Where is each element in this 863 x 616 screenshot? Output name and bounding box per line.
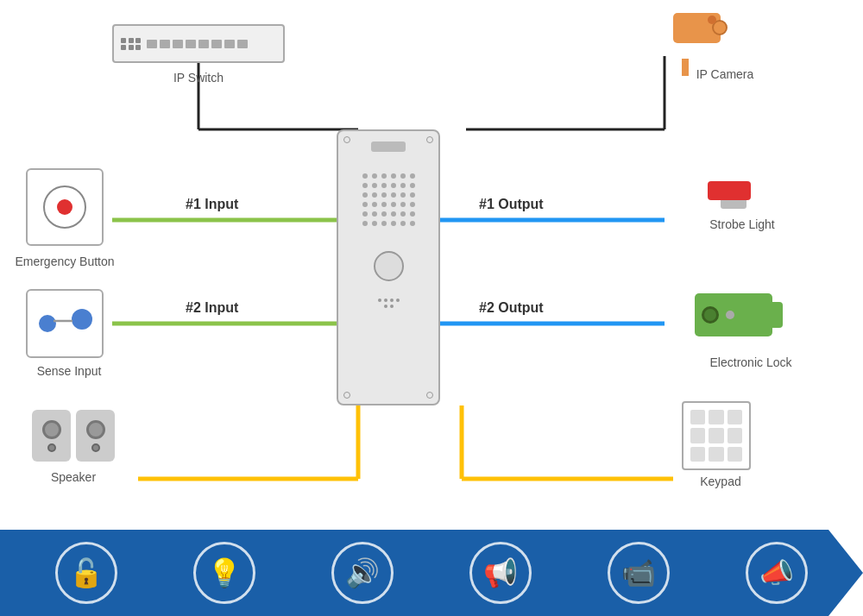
svg-point-36 bbox=[362, 211, 368, 217]
keypad-label: Keypad bbox=[673, 475, 768, 488]
strobe-light-label: Strobe Light bbox=[695, 217, 790, 231]
svg-point-12 bbox=[362, 173, 368, 179]
svg-point-41 bbox=[410, 211, 415, 217]
svg-point-18 bbox=[362, 183, 368, 188]
output1-label: #1 Output bbox=[479, 197, 544, 212]
svg-point-19 bbox=[372, 183, 377, 188]
speaker-icon bbox=[26, 405, 121, 466]
svg-point-21 bbox=[391, 183, 396, 188]
bottom-bar: 🔓 💡 🔊 📢 📹 📣 bbox=[0, 530, 863, 616]
svg-point-33 bbox=[391, 202, 396, 207]
sense-input-icon bbox=[26, 289, 104, 358]
svg-point-43 bbox=[372, 221, 377, 226]
svg-point-47 bbox=[410, 221, 415, 226]
svg-point-37 bbox=[372, 211, 377, 217]
svg-point-13 bbox=[372, 173, 377, 179]
input2-label: #2 Input bbox=[186, 300, 238, 316]
electronic-lock-label: Electronic Lock bbox=[690, 355, 811, 369]
svg-point-49 bbox=[72, 309, 92, 330]
diagram-area: IP Switch IP Camera bbox=[0, 0, 863, 535]
sense-input-label: Sense Input bbox=[17, 364, 121, 378]
svg-point-32 bbox=[381, 202, 387, 207]
svg-point-14 bbox=[381, 173, 387, 179]
svg-point-24 bbox=[362, 192, 368, 198]
emergency-button-label: Emergency Button bbox=[13, 255, 117, 268]
svg-point-34 bbox=[400, 202, 406, 207]
bar-icon-speaker: 🔊 bbox=[331, 542, 394, 604]
svg-point-20 bbox=[381, 183, 387, 188]
svg-point-22 bbox=[400, 183, 406, 188]
ip-switch-icon bbox=[112, 24, 285, 63]
svg-point-15 bbox=[391, 173, 396, 179]
svg-point-39 bbox=[391, 211, 396, 217]
strobe-light-icon bbox=[708, 181, 759, 211]
svg-point-17 bbox=[410, 173, 415, 179]
emergency-button-icon bbox=[26, 168, 104, 246]
svg-point-27 bbox=[391, 192, 396, 198]
svg-point-40 bbox=[400, 211, 406, 217]
svg-point-46 bbox=[400, 221, 406, 226]
svg-point-30 bbox=[362, 202, 368, 207]
svg-point-38 bbox=[381, 211, 387, 217]
bar-icon-announce: 📣 bbox=[746, 542, 808, 604]
bar-icon-camera: 📹 bbox=[608, 542, 670, 604]
bar-icon-light: 💡 bbox=[193, 542, 255, 604]
speaker-label: Speaker bbox=[26, 470, 121, 484]
central-device bbox=[337, 129, 440, 405]
input1-label: #1 Input bbox=[186, 197, 238, 212]
bar-icon-lock: 🔓 bbox=[55, 542, 117, 604]
bar-icon-intercom: 📢 bbox=[469, 542, 532, 604]
svg-point-42 bbox=[362, 221, 368, 226]
svg-point-25 bbox=[372, 192, 377, 198]
output2-label: #2 Output bbox=[479, 300, 544, 316]
keypad-icon bbox=[682, 401, 751, 470]
ip-camera-label: IP Camera bbox=[682, 67, 768, 81]
svg-point-28 bbox=[400, 192, 406, 198]
svg-point-48 bbox=[39, 315, 56, 332]
svg-point-29 bbox=[410, 192, 415, 198]
svg-point-44 bbox=[381, 221, 387, 226]
ip-switch-label: IP Switch bbox=[129, 71, 268, 85]
svg-point-45 bbox=[391, 221, 396, 226]
svg-point-23 bbox=[410, 183, 415, 188]
electronic-lock-icon bbox=[695, 293, 781, 349]
svg-point-26 bbox=[381, 192, 387, 198]
svg-point-16 bbox=[400, 173, 406, 179]
ip-camera-icon bbox=[673, 13, 742, 60]
svg-point-31 bbox=[372, 202, 377, 207]
svg-point-35 bbox=[410, 202, 415, 207]
